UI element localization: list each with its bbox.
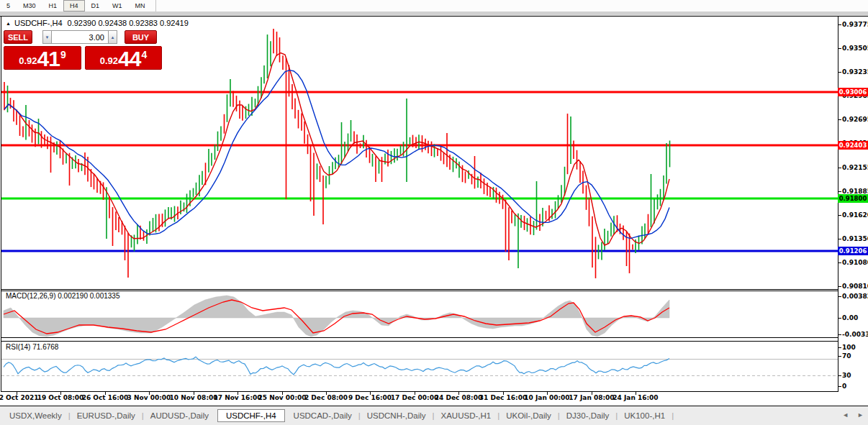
macd-indicator-label: MACD(12,26,9) 0.002190 0.001335 — [6, 292, 119, 300]
tab-scroll-left-icon[interactable]: ◄ — [842, 411, 849, 419]
price-tick-label: 0.91350 — [842, 235, 868, 242]
symbol-tab-bar: USDX,Weekly|EURUSD-,Daily|AUDUSD-,DailyU… — [0, 406, 868, 425]
symbol-tab-usdchf-h4[interactable]: USDCHF-,H4 — [217, 409, 285, 422]
timeframe-button-W1[interactable]: W1 — [106, 0, 129, 12]
chart-title: ▲USDCHF-,H40.92390 0.92438 0.92383 0.924… — [6, 19, 189, 27]
toolbar-separator — [155, 0, 156, 12]
sell-price-box[interactable]: 0.92419 — [4, 46, 81, 70]
time-axis-label: 24 Jan 16:00 — [612, 394, 658, 401]
symbol-tab-ukoil-daily[interactable]: UKOil-,Daily — [499, 411, 558, 420]
tab-scroll-arrows: ◄ ► — [842, 411, 864, 419]
macd-axis-label: -0.0033 — [842, 331, 868, 338]
rsi-axis-label: 70 — [842, 352, 851, 360]
price-tick-label: 0.91080 — [842, 259, 868, 266]
price-tick-label: 0.91620 — [842, 211, 868, 219]
timeframe-button-H1[interactable]: H1 — [42, 0, 64, 12]
price-level-tag: 0.93006 — [838, 88, 868, 96]
rsi-indicator-label: RSI(14) 71.6768 — [6, 343, 58, 351]
tab-scroll-right-icon[interactable]: ► — [857, 411, 864, 419]
symbol-tab-eurusd-daily[interactable]: EURUSD-,Daily — [71, 411, 142, 420]
time-axis-label: 9 Dec 16:00 — [348, 394, 392, 401]
symbol-tab-usdcnh-daily[interactable]: USDCNH-,Daily — [361, 411, 433, 420]
one-click-trading-widget: SELL ▼ ▲ BUY 0.92419 0.92444 — [4, 30, 162, 70]
symbol-tab-dj30-daily[interactable]: DJ30-,Daily — [560, 411, 615, 420]
buy-button[interactable]: BUY — [125, 30, 157, 44]
macd-axis-label: 0.00 — [842, 314, 858, 321]
rsi-axis-label: 30 — [842, 372, 851, 379]
buy-price-prefix: 0.92 — [100, 55, 118, 66]
time-axis-label: 17 Nov 16:00 — [213, 394, 261, 401]
volume-decrease-button[interactable]: ▼ — [42, 30, 52, 44]
price-tick-label: 0.93505 — [842, 45, 868, 52]
collapse-chart-icon[interactable]: ▲ — [6, 21, 11, 26]
mt4-terminal-window: 5M30H1H4D1W1MN ▲USDCHF-,H40.92390 0.9243… — [0, 0, 868, 425]
price-tick-label: 0.93775 — [842, 21, 868, 28]
volume-input[interactable] — [52, 30, 108, 44]
buy-price-pip: 4 — [141, 49, 147, 60]
macd-pane[interactable] — [1, 291, 838, 337]
time-axis-label: 3 Nov 00:00 — [127, 394, 171, 401]
sell-button[interactable]: SELL — [4, 30, 32, 44]
buy-price-big: 44 — [118, 50, 140, 68]
macd-axis-label: 0.00382 — [842, 293, 868, 300]
sell-price-prefix: 0.92 — [19, 55, 37, 66]
timeframe-button-H4[interactable]: H4 — [63, 0, 85, 12]
symbol-tab-usdcad-daily[interactable]: USDCAD-,Daily — [287, 411, 358, 420]
time-axis-label: 26 Oct 16:00 — [82, 394, 129, 401]
time-axis-label: 25 Nov 00:00 — [258, 394, 306, 401]
time-axis-label: 12 Oct 2021 — [0, 394, 39, 401]
time-axis-label: 17 Dec 00:00 — [391, 394, 438, 401]
tab-separator: | — [672, 411, 674, 420]
toolbar-divider — [0, 12, 868, 16]
price-level-tag: 0.92403 — [838, 141, 868, 150]
time-axis-label: 19 Oct 08:00 — [37, 394, 84, 401]
symbol-tab-uk100-h1[interactable]: UK100-,H1 — [618, 411, 672, 420]
rsi-pane[interactable] — [1, 341, 838, 391]
buy-price-box[interactable]: 0.92444 — [85, 46, 162, 70]
rsi-axis-label: 0 — [842, 383, 846, 390]
price-tick-label: 0.92155 — [842, 164, 868, 171]
timeframe-button-M30[interactable]: M30 — [17, 0, 42, 12]
rsi-axis-label: 100 — [842, 344, 856, 351]
price-tick-label: 0.92695 — [842, 116, 868, 123]
time-axis-label: 31 Dec 16:00 — [479, 394, 527, 401]
time-axis-label: 17 Jan 08:00 — [569, 394, 614, 401]
time-axis-label: 24 Dec 08:00 — [435, 394, 482, 401]
time-axis-label: 10 Nov 08:00 — [169, 394, 217, 401]
price-tick-label: 0.90810 — [842, 283, 868, 290]
symbol-tab-usdx-weekly[interactable]: USDX,Weekly — [3, 411, 68, 420]
price-tick-label: 0.93235 — [842, 68, 868, 76]
ohlc-values: 0.92390 0.92438 0.92383 0.92419 — [68, 19, 189, 27]
symbol-tab-audusd-daily[interactable]: AUDUSD-,Daily — [144, 411, 215, 420]
price-level-tag: 0.91800 — [838, 194, 868, 203]
price-level-tag: 0.91206 — [838, 247, 868, 255]
sell-price-big: 41 — [37, 50, 60, 68]
timeframe-button-MN[interactable]: MN — [129, 0, 152, 12]
volume-increase-button[interactable]: ▲ — [108, 30, 117, 44]
symbol-period-label: USDCHF-,H4 — [14, 19, 63, 27]
sell-price-pip: 9 — [60, 49, 66, 60]
time-axis-label: 2 Dec 08:00 — [304, 394, 348, 401]
timeframe-button-5[interactable]: 5 — [0, 0, 17, 12]
symbol-tab-xauusd-h1[interactable]: XAUUSD-,H1 — [435, 411, 498, 420]
timeframe-button-D1[interactable]: D1 — [85, 0, 107, 12]
timeframe-toolbar: 5M30H1H4D1W1MN — [0, 0, 868, 12]
time-axis-label: 10 Jan 00:00 — [524, 394, 569, 401]
